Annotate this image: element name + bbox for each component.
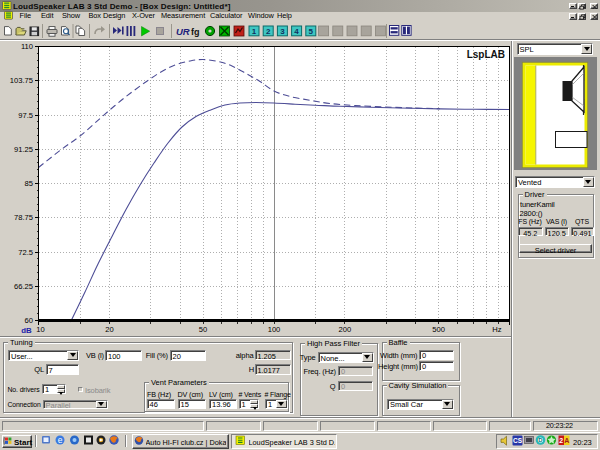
svg-text:103.75: 103.75 xyxy=(10,76,33,85)
svg-text:e: e xyxy=(58,435,63,445)
svg-text:91.25: 91.25 xyxy=(14,145,33,154)
svg-text:50: 50 xyxy=(199,325,207,334)
svg-text:2: 2 xyxy=(559,437,563,444)
svg-text:dB: dB xyxy=(21,326,32,335)
svg-text:D: D xyxy=(538,437,543,443)
svg-text:A: A xyxy=(564,437,569,444)
svg-text:97.5: 97.5 xyxy=(18,111,33,120)
svg-text:10: 10 xyxy=(36,325,44,334)
svg-text:72.5: 72.5 xyxy=(18,248,33,257)
svg-text:60: 60 xyxy=(25,316,33,325)
svg-text:78.75: 78.75 xyxy=(14,213,33,222)
svg-text:LspLAB: LspLAB xyxy=(467,49,505,60)
svg-text:CS: CS xyxy=(513,437,523,444)
svg-text:20: 20 xyxy=(105,325,113,334)
svg-text:66.25: 66.25 xyxy=(14,282,33,291)
svg-text:85: 85 xyxy=(25,179,33,188)
svg-text:500: 500 xyxy=(432,325,445,334)
svg-text:100: 100 xyxy=(268,325,281,334)
svg-text:200: 200 xyxy=(339,325,352,334)
svg-text:Hz: Hz xyxy=(492,325,501,334)
svg-text:110: 110 xyxy=(21,42,33,51)
